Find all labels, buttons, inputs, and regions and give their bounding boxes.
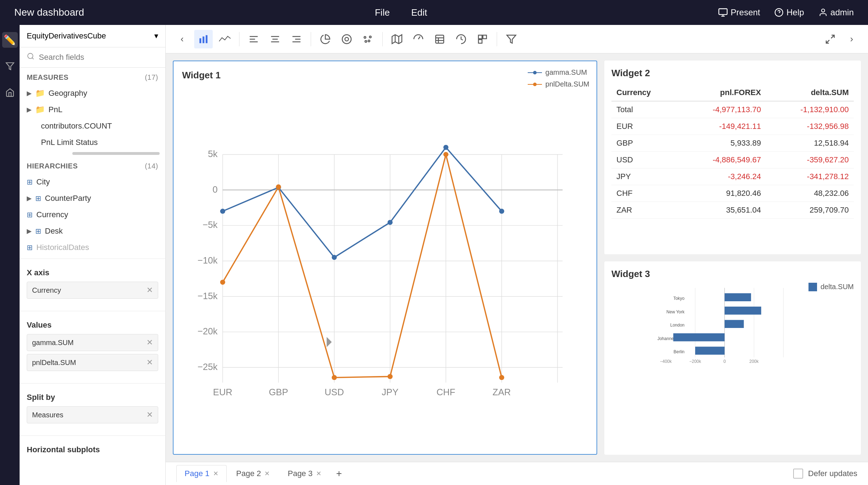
- pie-chart-button[interactable]: [316, 30, 335, 48]
- donut-chart-button[interactable]: [337, 30, 356, 48]
- map-button[interactable]: [388, 30, 406, 48]
- split-by-label: Split by: [27, 393, 158, 402]
- widget-3: Widget 3 delta.SUM −400k −2: [604, 261, 861, 455]
- legend-box: [808, 283, 817, 291]
- scatter-chart-button[interactable]: [359, 30, 377, 48]
- svg-point-83: [499, 375, 504, 380]
- cell-currency: CHF: [611, 185, 678, 202]
- table-row: CHF 91,820.46 48,232.06: [611, 185, 854, 202]
- svg-text:−200k: −200k: [689, 359, 701, 364]
- svg-text:USD: USD: [325, 387, 344, 397]
- speed-button[interactable]: [452, 30, 470, 48]
- chevron-right-icon: ▶: [27, 194, 32, 202]
- bar-chart-button[interactable]: [194, 30, 213, 48]
- svg-marker-6: [6, 63, 14, 70]
- tab-3-close-icon[interactable]: ✕: [316, 470, 321, 478]
- widget-2: Widget 2 Currency pnl.FOREX delta.SUM To…: [604, 61, 861, 254]
- help-button[interactable]: Help: [774, 7, 804, 17]
- align-center-button[interactable]: [266, 30, 284, 48]
- cell-delta: -359,627.20: [766, 152, 854, 168]
- svg-point-21: [342, 35, 351, 43]
- values-section: Values gamma.SUM ✕ pnlDelta.SUM ✕: [20, 314, 165, 380]
- split-by-chip[interactable]: Measures ✕: [27, 406, 158, 423]
- sidebar-home-icon[interactable]: [2, 85, 18, 100]
- hierarchy-icon: ⊞: [35, 227, 41, 235]
- menu-file[interactable]: File: [375, 7, 390, 18]
- table-chart-button[interactable]: [430, 30, 449, 48]
- gauge-chart-button[interactable]: [409, 30, 428, 48]
- hierarchies-count: (14): [145, 162, 158, 170]
- measures-geography[interactable]: ▶ 📁 Geography: [20, 85, 165, 101]
- x-axis-section: X axis Currency ✕: [20, 262, 165, 308]
- svg-text:5k: 5k: [208, 149, 218, 159]
- legend-label: delta.SUM: [821, 283, 854, 291]
- hierarchy-currency[interactable]: ⊞ Currency: [20, 207, 165, 223]
- widget-1-title: Widget 1: [182, 70, 588, 81]
- x-axis-remove-icon[interactable]: ✕: [146, 286, 153, 295]
- scrollbar[interactable]: [72, 152, 160, 155]
- values-chip-gamma[interactable]: gamma.SUM ✕: [27, 334, 158, 351]
- svg-rect-99: [725, 293, 751, 301]
- search-input[interactable]: [39, 53, 158, 62]
- admin-button[interactable]: admin: [818, 7, 854, 17]
- align-left-button[interactable]: [244, 30, 263, 48]
- expand-button[interactable]: [821, 30, 839, 48]
- values-chip-pnldelta[interactable]: pnlDelta.SUM ✕: [27, 354, 158, 371]
- svg-text:0: 0: [212, 184, 217, 194]
- line-chart-button[interactable]: [216, 30, 234, 48]
- svg-point-22: [345, 37, 348, 41]
- bar-chart-svg: −400k −200k 0 200k Tokyo New York London…: [611, 285, 854, 371]
- hierarchy-icon: ⊞: [27, 243, 33, 252]
- present-button[interactable]: Present: [718, 7, 760, 17]
- svg-text:−20k: −20k: [197, 326, 217, 336]
- cell-forex: 5,933.89: [678, 135, 766, 152]
- x-axis-chip[interactable]: Currency ✕: [27, 282, 158, 299]
- svg-rect-102: [673, 333, 725, 341]
- chevron-down-icon: ▾: [154, 31, 158, 41]
- page-tab-2[interactable]: Page 2 ✕: [228, 465, 278, 482]
- hierarchies-label: HIERARCHIES: [27, 162, 78, 170]
- measures-contributors[interactable]: contributors.COUNT: [20, 118, 165, 134]
- split-by-remove-icon[interactable]: ✕: [146, 410, 153, 419]
- more-button[interactable]: ›: [842, 30, 861, 48]
- col-forex: pnl.FOREX: [678, 84, 766, 101]
- measures-pnl-limit[interactable]: PnL Limit Status: [20, 134, 165, 151]
- sidebar-filter-icon[interactable]: [2, 58, 18, 74]
- page-tab-3[interactable]: Page 3 ✕: [279, 465, 330, 482]
- split-by-section: Split by Measures ✕: [20, 386, 165, 433]
- svg-rect-35: [483, 35, 486, 38]
- cell-currency: JPY: [611, 168, 678, 185]
- measures-header: MEASURES (17): [20, 68, 165, 85]
- svg-rect-103: [695, 346, 725, 355]
- back-button[interactable]: ‹: [173, 30, 191, 48]
- hierarchy-city[interactable]: ⊞ City: [20, 174, 165, 190]
- svg-text:−400k: −400k: [660, 359, 672, 364]
- cube-selector[interactable]: EquityDerivativesCube ▾: [20, 25, 165, 47]
- svg-rect-11: [206, 35, 207, 43]
- filter-button[interactable]: [502, 30, 521, 48]
- toolbar-separator-2: [311, 32, 311, 46]
- tab-1-close-icon[interactable]: ✕: [213, 470, 218, 478]
- values-pnldelta-remove-icon[interactable]: ✕: [146, 358, 153, 367]
- line-chart-svg: 5k 0 −5k −10k −15k −20k −25k EUR GBP USD…: [182, 87, 588, 445]
- toolbar-separator-1: [239, 32, 239, 46]
- hierarchy-desk[interactable]: ▶ ⊞ Desk: [20, 223, 165, 239]
- pivot-button[interactable]: [473, 30, 492, 48]
- sidebar-edit-icon[interactable]: ✏️: [2, 32, 18, 48]
- defer-updates-checkbox[interactable]: [793, 469, 803, 479]
- table-row: Total -4,977,113.70 -1,132,910.00: [611, 101, 854, 118]
- add-page-button[interactable]: +: [331, 466, 347, 481]
- align-right-button[interactable]: [287, 30, 306, 48]
- menu-edit[interactable]: Edit: [411, 7, 427, 18]
- hierarchy-historical[interactable]: ⊞ HistoricalDates: [20, 239, 165, 256]
- defer-updates: Defer updates: [793, 469, 857, 479]
- table-row: USD -4,886,549.67 -359,627.20: [611, 152, 854, 168]
- tab-2-close-icon[interactable]: ✕: [264, 470, 270, 478]
- icon-sidebar: ✏️: [0, 25, 20, 485]
- hierarchy-counterparty[interactable]: ▶ ⊞ CounterParty: [20, 190, 165, 207]
- cell-currency: USD: [611, 152, 678, 168]
- svg-rect-36: [479, 40, 482, 43]
- page-tab-1[interactable]: Page 1 ✕: [176, 465, 227, 482]
- values-gamma-remove-icon[interactable]: ✕: [146, 338, 153, 347]
- measures-pnl[interactable]: ▶ 📁 PnL: [20, 101, 165, 118]
